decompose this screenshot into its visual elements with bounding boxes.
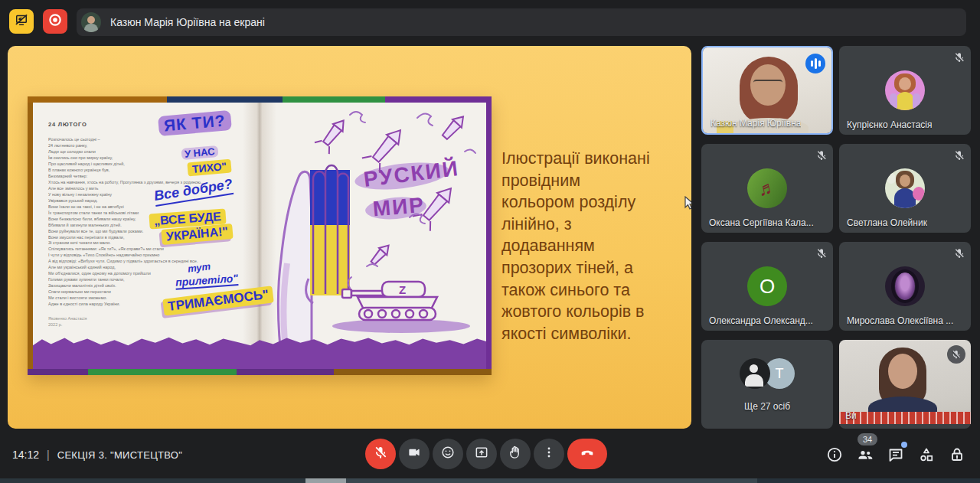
overflow-count-label: Ще 27 осіб [701,401,833,412]
self-label: Ви [845,410,857,421]
book-page-right: РУСКИЙ МИР [260,103,486,369]
background-shelf [839,412,971,424]
info-icon [825,445,844,464]
participant-count-badge: 34 [858,433,877,445]
tile-oksana[interactable]: ♬ Оксана Сергіївна Кала... [701,144,833,233]
avatar-photo [885,168,925,208]
participant-name: Купрієнко Анастасія [847,119,932,130]
more-options-button[interactable] [534,439,564,469]
avatar-photo [885,70,925,110]
book-page-left: 24 ЛЮТОГО Розпочалось це сьогодні –24 лю… [33,103,260,369]
meeting-panels [825,445,966,464]
slide-description-text: Ілюстрації виконані провідним кольором р… [501,148,687,344]
activities-icon [917,445,936,464]
shared-screen[interactable]: 24 ЛЮТОГО Розпочалось це сьогодні –24 лю… [8,46,691,429]
divider: | [47,449,50,461]
smiley-icon [440,445,456,463]
clock-time: 14:12 [12,449,39,461]
mic-off-icon [373,445,388,463]
book-illustration: 24 ЛЮТОГО Розпочалось це сьогодні –24 лю… [28,96,492,375]
mic-off-icon [947,345,965,364]
annotation-yak-ty: ЯК ТИ? [158,110,231,136]
book-bottom-edge [28,369,492,375]
meeting-info: 14:12 | СЕКЦІЯ 3. "МИСТЕЦТВО" [12,449,182,461]
tile-oleksandra[interactable]: О Олександра Олександ... [701,242,833,331]
activities-button[interactable] [917,445,936,464]
flag-blue [310,170,350,225]
info-button[interactable] [825,445,844,464]
mir-text: МИР [372,193,426,221]
call-controls [365,439,607,469]
poem-signature: Яковенко Анастасія 2022 р. [48,315,87,328]
overflow-avatars: T [740,358,795,389]
hand-icon [508,445,523,463]
annotation-tykho: ТИХО" [187,159,231,177]
meeting-name: СЕКЦІЯ 3. "МИСТЕЦТВО" [57,449,183,461]
poem-heading: 24 ЛЮТОГО [48,121,87,128]
people-icon [856,445,874,464]
more-vertical-icon [541,445,557,463]
tile-self[interactable]: Ви [839,340,971,429]
participant-name: Светлана Олейник [847,217,927,228]
end-call-button[interactable] [567,439,607,469]
tile-overflow[interactable]: T Ще 27 осіб [701,340,833,429]
people-button[interactable] [856,445,874,464]
record-icon [47,12,63,31]
avatar-photo [885,266,925,306]
participant-name: Мирослава Олексіївна ... [847,315,953,326]
presentation-disabled-icon [14,12,29,31]
reactions-button[interactable] [433,439,463,469]
tile-kupriienko[interactable]: Купрієнко Анастасія [839,46,971,135]
camera-toggle-button[interactable] [399,439,430,469]
participant-name: Казюн Марія Юріївна [710,118,801,129]
book-top-edge [28,96,492,103]
present-icon [474,445,489,463]
presenting-banner: Казюн Марія Юріївна на екрані [77,8,966,36]
mouse-cursor [684,196,691,214]
chat-notification-dot [901,442,907,448]
tank-z-mark: Z [399,283,406,296]
book-right-cover [486,103,492,369]
annotation-u-nas: У НАС [181,145,218,160]
presentation-disabled-button[interactable] [9,9,34,34]
music-note-icon: ♬ [756,176,778,201]
raise-hand-button[interactable] [500,439,531,469]
taskbar-edge [0,478,980,483]
host-controls-button[interactable] [948,445,966,464]
mic-off-icon [953,51,965,67]
end-call-icon [579,444,596,464]
book-pages: 24 ЛЮТОГО Розпочалось це сьогодні –24 лю… [33,103,486,369]
flag-yellow [310,225,350,295]
host-controls-lock-icon [948,445,966,464]
mic-off-icon [815,247,828,263]
mic-off-icon [953,247,965,263]
mic-off-icon [815,149,828,165]
avatar-photo: ♬ [747,168,787,208]
chat-icon [887,445,905,464]
mic-off-icon [953,149,965,165]
camera-icon [407,445,422,463]
present-button[interactable] [466,439,497,469]
participant-name: Оксана Сергіївна Кала... [709,217,814,228]
tile-kaziun[interactable]: Казюн Марія Юріївна [701,46,833,135]
war-illustration: РУСКИЙ МИР [260,103,486,369]
book-left-cover [28,103,33,369]
tile-svetlana[interactable]: Светлана Олейник [839,144,971,233]
mic-toggle-button[interactable] [365,439,396,469]
tile-myroslava[interactable]: Мирослава Олексіївна ... [839,242,971,331]
participant-name: Олександра Олександ... [709,315,813,326]
speaking-indicator-icon [805,54,825,73]
presenter-avatar [81,12,101,32]
chat-button[interactable] [887,445,905,464]
recording-indicator-button[interactable] [43,9,67,34]
avatar-initial: О [747,266,787,306]
presenting-banner-text: Казюн Марія Юріївна на екрані [110,16,265,28]
